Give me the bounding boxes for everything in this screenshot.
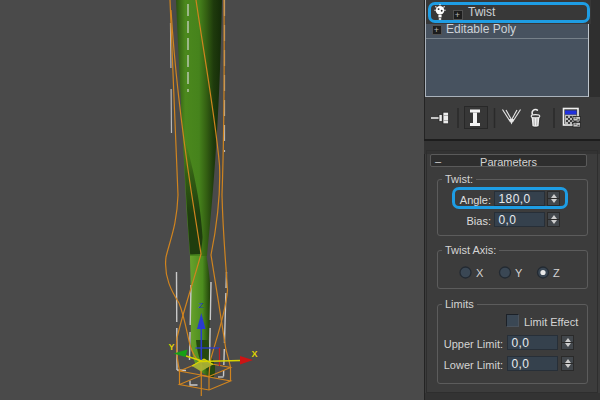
svg-text:Z: Z	[199, 301, 204, 310]
svg-text:X: X	[252, 349, 258, 359]
svg-text:Y: Y	[169, 342, 175, 352]
